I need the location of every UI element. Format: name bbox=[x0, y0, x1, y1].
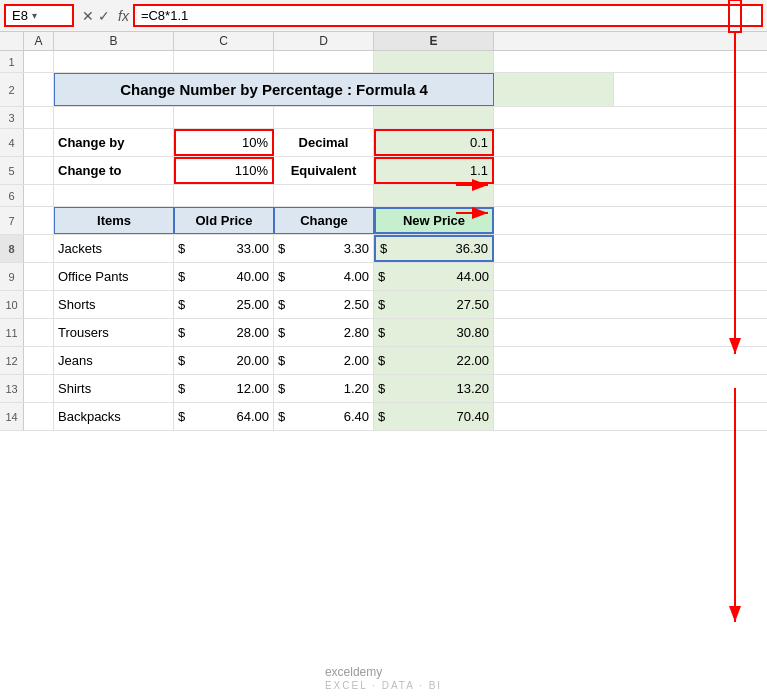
row-num-4: 4 bbox=[0, 129, 24, 156]
cell-e2[interactable] bbox=[494, 73, 614, 106]
cell-b11[interactable]: Trousers bbox=[54, 319, 174, 346]
cell-a4[interactable] bbox=[24, 129, 54, 156]
cell-a2[interactable] bbox=[24, 73, 54, 106]
cell-d3[interactable] bbox=[274, 107, 374, 128]
cell-e9[interactable]: $ 44.00 bbox=[374, 263, 494, 290]
cell-c8[interactable]: $ 33.00 bbox=[174, 235, 274, 262]
cell-e13[interactable]: $ 13.20 bbox=[374, 375, 494, 402]
row-num-7: 7 bbox=[0, 207, 24, 234]
row-10: 10 Shorts $ 25.00 $ 2.50 $ 27.50 bbox=[0, 291, 767, 319]
row-11: 11 Trousers $ 28.00 $ 2.80 $ 30.80 bbox=[0, 319, 767, 347]
row-num-12: 12 bbox=[0, 347, 24, 374]
cell-d13[interactable]: $ 1.20 bbox=[274, 375, 374, 402]
dropdown-arrow-icon[interactable]: ▾ bbox=[32, 10, 37, 21]
cell-c5[interactable]: 110% bbox=[174, 157, 274, 184]
cell-d4[interactable]: Decimal bbox=[274, 129, 374, 156]
cell-a12[interactable] bbox=[24, 347, 54, 374]
cell-d6[interactable] bbox=[274, 185, 374, 206]
cell-c11[interactable]: $ 28.00 bbox=[174, 319, 274, 346]
column-headers: A B C D E bbox=[0, 32, 767, 51]
cell-e8[interactable]: $ 36.30 bbox=[374, 235, 494, 262]
cell-a3[interactable] bbox=[24, 107, 54, 128]
cell-a10[interactable] bbox=[24, 291, 54, 318]
cell-d9[interactable]: $ 4.00 bbox=[274, 263, 374, 290]
cell-b9[interactable]: Office Pants bbox=[54, 263, 174, 290]
cell-b10[interactable]: Shorts bbox=[54, 291, 174, 318]
cell-b4[interactable]: Change by bbox=[54, 129, 174, 156]
decimal-label: Decimal bbox=[299, 135, 349, 150]
cell-e1[interactable] bbox=[374, 51, 494, 72]
cell-a9[interactable] bbox=[24, 263, 54, 290]
cell-e14[interactable]: $ 70.40 bbox=[374, 403, 494, 430]
cell-c3[interactable] bbox=[174, 107, 274, 128]
cell-a1[interactable] bbox=[24, 51, 54, 72]
cell-a13[interactable] bbox=[24, 375, 54, 402]
cell-d12[interactable]: $ 2.00 bbox=[274, 347, 374, 374]
row-12: 12 Jeans $ 20.00 $ 2.00 $ 22.00 bbox=[0, 347, 767, 375]
row-num-6: 6 bbox=[0, 185, 24, 206]
cell-c9[interactable]: $ 40.00 bbox=[174, 263, 274, 290]
cell-b6[interactable] bbox=[54, 185, 174, 206]
cell-a11[interactable] bbox=[24, 319, 54, 346]
header-change: Change bbox=[300, 213, 348, 228]
cell-c4[interactable]: 10% bbox=[174, 129, 274, 156]
cell-b12[interactable]: Jeans bbox=[54, 347, 174, 374]
row-4: 4 Change by 10% Decimal 0.1 bbox=[0, 129, 767, 157]
spreadsheet: A B C D E 1 2 Change Number by Per bbox=[0, 32, 767, 699]
cell-c14[interactable]: $ 64.00 bbox=[174, 403, 274, 430]
cell-e6[interactable] bbox=[374, 185, 494, 206]
cell-e12[interactable]: $ 22.00 bbox=[374, 347, 494, 374]
fx-label: fx bbox=[118, 8, 129, 24]
confirm-icon[interactable]: ✓ bbox=[98, 8, 110, 24]
cell-d14[interactable]: $ 6.40 bbox=[274, 403, 374, 430]
cell-c1[interactable] bbox=[174, 51, 274, 72]
col-header-e[interactable]: E bbox=[374, 32, 494, 50]
cell-b1[interactable] bbox=[54, 51, 174, 72]
cell-d10[interactable]: $ 2.50 bbox=[274, 291, 374, 318]
cancel-icon[interactable]: ✕ bbox=[82, 8, 94, 24]
cell-d8[interactable]: $ 3.30 bbox=[274, 235, 374, 262]
equivalent-label: Equivalent bbox=[291, 163, 357, 178]
cell-b14[interactable]: Backpacks bbox=[54, 403, 174, 430]
cell-b8[interactable]: Jackets bbox=[54, 235, 174, 262]
formula-input[interactable]: =C8*1.1 bbox=[133, 4, 763, 27]
cell-b5[interactable]: Change to bbox=[54, 157, 174, 184]
cell-a14[interactable] bbox=[24, 403, 54, 430]
cell-d11[interactable]: $ 2.80 bbox=[274, 319, 374, 346]
cell-d5[interactable]: Equivalent bbox=[274, 157, 374, 184]
row-2: 2 Change Number by Percentage : Formula … bbox=[0, 73, 767, 107]
cell-reference-box[interactable]: E8 ▾ bbox=[4, 4, 74, 27]
title-cell[interactable]: Change Number by Percentage : Formula 4 bbox=[54, 73, 494, 106]
col-header-b[interactable]: B bbox=[54, 32, 174, 50]
cell-c12[interactable]: $ 20.00 bbox=[174, 347, 274, 374]
cell-e11[interactable]: $ 30.80 bbox=[374, 319, 494, 346]
cell-b13[interactable]: Shirts bbox=[54, 375, 174, 402]
cell-e3[interactable] bbox=[374, 107, 494, 128]
cell-ref-text: E8 bbox=[12, 8, 28, 23]
cell-c10[interactable]: $ 25.00 bbox=[174, 291, 274, 318]
cell-c13[interactable]: $ 12.00 bbox=[174, 375, 274, 402]
cell-e4[interactable]: 0.1 bbox=[374, 129, 494, 156]
cell-e10[interactable]: $ 27.50 bbox=[374, 291, 494, 318]
cell-c7-header[interactable]: Old Price bbox=[174, 207, 274, 234]
row-num-14: 14 bbox=[0, 403, 24, 430]
col-header-d[interactable]: D bbox=[274, 32, 374, 50]
data-rows: 8 Jackets $ 33.00 $ 3.30 $ 36.30 9 Offic… bbox=[0, 235, 767, 431]
row-num-3: 3 bbox=[0, 107, 24, 128]
cell-d7-header[interactable]: Change bbox=[274, 207, 374, 234]
cell-a5[interactable] bbox=[24, 157, 54, 184]
row-num-2: 2 bbox=[0, 73, 24, 106]
cell-d1[interactable] bbox=[274, 51, 374, 72]
col-header-c[interactable]: C bbox=[174, 32, 274, 50]
cell-a7[interactable] bbox=[24, 207, 54, 234]
cell-b3[interactable] bbox=[54, 107, 174, 128]
cell-e7-header[interactable]: New Price bbox=[374, 207, 494, 234]
cell-e5[interactable]: 1.1 bbox=[374, 157, 494, 184]
cell-c6[interactable] bbox=[174, 185, 274, 206]
header-items: Items bbox=[97, 213, 131, 228]
cell-a8[interactable] bbox=[24, 235, 54, 262]
cell-b7-header[interactable]: Items bbox=[54, 207, 174, 234]
col-header-a[interactable]: A bbox=[24, 32, 54, 50]
decimal-value: 0.1 bbox=[470, 135, 488, 150]
cell-a6[interactable] bbox=[24, 185, 54, 206]
